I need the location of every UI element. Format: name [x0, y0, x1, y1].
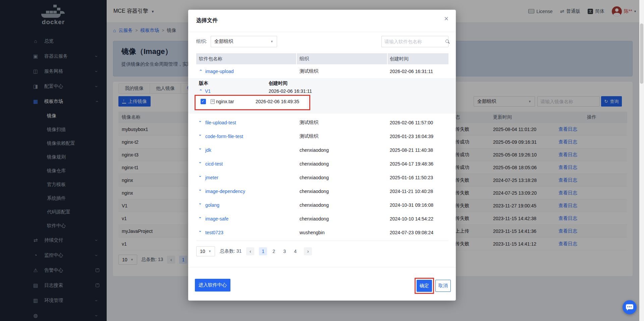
divider: [188, 267, 456, 267]
expand-icon[interactable]: [199, 134, 203, 138]
version-column-header: 版本: [199, 80, 208, 86]
page-number[interactable]: 4: [291, 247, 299, 255]
expand-icon[interactable]: [199, 217, 203, 221]
divider: [196, 241, 448, 241]
divider: [188, 32, 456, 32]
package-org: 测试组织: [297, 120, 388, 126]
app-root: docker 总览 容器云服务 服务网格: [0, 0, 644, 321]
modal-pagination: 10 ▼ 总条数: 31 ‹ 1 2 3 4 ›: [196, 246, 312, 256]
package-name-link[interactable]: jdk: [205, 147, 211, 153]
cancel-button[interactable]: 取消: [435, 280, 451, 292]
page-numbers: 1 2 3 4: [259, 247, 299, 255]
version-created: 2026-02-06 16:31:11: [269, 88, 312, 94]
confirm-button[interactable]: 确定: [417, 280, 432, 292]
package-name-link[interactable]: cicd-test: [205, 161, 223, 167]
package-created: 2025-01-16 11:50:23: [388, 175, 448, 180]
chat-icon: [626, 304, 633, 309]
checkbox-checked[interactable]: [201, 99, 206, 104]
package-created: 2026-02-06 16:31:11: [388, 69, 448, 74]
package-name-link[interactable]: image-upload: [205, 69, 234, 74]
total-count: 总条数: 31: [220, 248, 241, 254]
page-number[interactable]: 2: [270, 247, 278, 255]
package-created: 2026-02-06 11:57:00: [388, 120, 448, 125]
package-row: file-upload-test 测试组织 2026-02-06 11:57:0…: [196, 116, 448, 129]
chat-widget-button[interactable]: [623, 300, 637, 314]
page-number[interactable]: 1: [259, 247, 267, 255]
package-created: 2024-11-21 10:40:28: [388, 189, 448, 194]
package-row: golang chenxiaodong 2024-10-31 09:16:08: [196, 198, 448, 212]
modal-table-header: 软件包名称 组织 创建时间: [196, 53, 448, 64]
package-row: test0723 wushengbin 2024-07-23 09:08:24: [196, 226, 448, 239]
scrollbar-thumb[interactable]: [640, 23, 643, 84]
search-icon[interactable]: [445, 39, 450, 44]
package-row: jmeter chenxiaodong 2025-01-16 11:50:23: [196, 171, 448, 184]
caret-down-icon: ▼: [208, 250, 211, 253]
package-created: 2024-10-10 14:54:22: [388, 216, 448, 221]
package-org: chenxiaodong: [297, 216, 388, 221]
package-name-link[interactable]: file-upload-test: [205, 120, 236, 125]
file-created: 2026-02-06 16:49:35: [256, 99, 299, 104]
expand-icon[interactable]: [199, 189, 203, 193]
version-row: V1 2026-02-06 16:31:11: [199, 87, 312, 95]
package-created: 2025-08-21 11:40:38: [388, 147, 448, 153]
version-name-link[interactable]: V1: [205, 88, 211, 94]
package-name-link[interactable]: image-safe: [205, 216, 228, 221]
package-org: chenxiaodong: [297, 161, 388, 167]
close-icon[interactable]: ×: [444, 14, 448, 23]
expand-icon[interactable]: [199, 176, 203, 180]
package-name-link[interactable]: image-dependency: [205, 189, 245, 194]
package-name-link[interactable]: golang: [205, 202, 219, 208]
select-file-modal: 选择文件 × 组织: 全部组织 ▼ 软件包名称 组织 创建时间 image-up…: [188, 10, 456, 301]
page-number[interactable]: 3: [280, 247, 288, 255]
next-page-button[interactable]: ›: [304, 247, 312, 255]
package-created: 2025-04-17 19:48:36: [388, 161, 448, 167]
package-org: chenxiaodong: [297, 175, 388, 180]
package-name-link[interactable]: test0723: [205, 230, 223, 235]
package-row-expanded: image-upload 测试组织 2026-02-06 16:31:11: [196, 64, 448, 78]
expand-icon[interactable]: [199, 231, 203, 235]
caret-down-icon: ▼: [270, 40, 273, 43]
package-created: 2024-07-23 09:08:24: [388, 230, 448, 235]
page-scrollbar[interactable]: [639, 0, 644, 321]
package-created: 2026-01-23 16:04:39: [388, 134, 448, 139]
package-org: 测试组织: [297, 133, 388, 139]
package-org: chenxiaodong: [297, 189, 388, 194]
collapse-icon[interactable]: [199, 69, 203, 73]
package-row: code-form-file-test 测试组织 2026-01-23 16:0…: [196, 129, 448, 143]
package-search-input[interactable]: [384, 39, 445, 44]
package-search-box: [381, 36, 448, 47]
modal-title: 选择文件: [196, 17, 218, 24]
file-icon: [211, 99, 215, 104]
package-row: image-dependency chenxiaodong 2024-11-21…: [196, 184, 448, 198]
enter-software-center-button[interactable]: 进入软件中心: [195, 279, 230, 292]
package-created: 2024-10-31 09:16:08: [388, 202, 448, 208]
page-size-select[interactable]: 10 ▼: [196, 246, 215, 256]
package-org: 测试组织: [297, 68, 388, 74]
package-name-link[interactable]: code-form-file-test: [205, 134, 243, 139]
package-name-link[interactable]: jmeter: [205, 175, 218, 180]
package-row: cicd-test chenxiaodong 2025-04-17 19:48:…: [196, 157, 448, 171]
created-column-header: 创建时间: [269, 80, 287, 86]
file-name: nginx.tar: [216, 99, 256, 104]
package-row: jdk chenxiaodong 2025-08-21 11:40:38: [196, 143, 448, 157]
org-label: 组织:: [196, 39, 207, 45]
file-row-selected[interactable]: nginx.tar 2026-02-06 16:49:35: [196, 94, 307, 109]
prev-page-button[interactable]: ‹: [246, 247, 254, 255]
package-org: wushengbin: [297, 230, 388, 235]
package-org: chenxiaodong: [297, 202, 388, 208]
expand-icon[interactable]: [199, 121, 203, 125]
collapse-icon[interactable]: [199, 89, 203, 93]
package-list: file-upload-test 测试组织 2026-02-06 11:57:0…: [188, 116, 456, 239]
package-row: image-safe chenxiaodong 2024-10-10 14:54…: [196, 212, 448, 226]
expand-icon[interactable]: [199, 162, 203, 166]
version-panel: 版本 创建时间 V1 2026-02-06 16:31:11 nginx.tar…: [188, 78, 456, 114]
package-org: chenxiaodong: [297, 147, 388, 153]
expand-icon[interactable]: [199, 148, 203, 152]
modal-org-select[interactable]: 全部组织 ▼: [211, 36, 277, 47]
expand-icon[interactable]: [199, 203, 203, 207]
